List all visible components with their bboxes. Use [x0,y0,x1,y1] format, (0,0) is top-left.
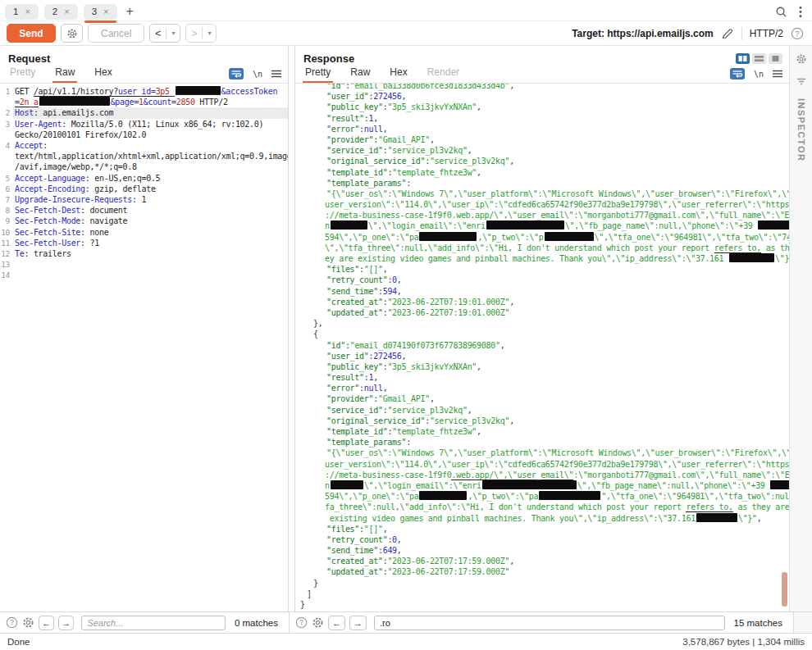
tab-close-icon[interactable]: × [25,7,30,16]
repeater-tab-2[interactable]: 2× [44,4,78,20]
code-segment: , [397,535,402,544]
status-bar: Done 3,578,867 bytes | 1,304 millis [0,633,812,650]
word-wrap-icon[interactable] [229,68,244,80]
search-prev-button[interactable]: ← [328,616,345,630]
request-search-input[interactable] [81,616,226,630]
request-line: 8Sec-Fetch-Dest: document [0,205,288,216]
code-row: "result":1, [300,372,789,383]
code-segment: ] [307,589,312,598]
search-settings-gear-icon[interactable] [312,616,324,629]
code-segment: , [509,557,514,566]
code-segment: "original_service_id" [326,416,425,425]
add-tab-button[interactable]: + [126,5,134,18]
code-row: n\",\"login_email\":\"enri\",\"fb_page_n… [300,220,789,231]
chevron-down-icon[interactable]: ▾ [171,30,175,37]
code-segment: "id" [326,341,345,350]
code-segment: &accessToken [221,87,278,96]
code-row: "user_id":272456, [300,351,789,361]
prev-request-button[interactable]: <▾ [149,24,180,43]
next-request-button[interactable]: >▾ [185,24,217,43]
code-segment: , [757,514,762,523]
svg-text:?: ? [795,30,799,38]
help-icon[interactable]: ? [295,616,308,629]
code-segment: "3p5_ski3jkvYxNXAn" [387,362,477,371]
request-tab-pretty[interactable]: Pretty [10,66,35,83]
code-segment: "result" [326,114,364,123]
show-newlines-icon[interactable]: \n [253,70,262,79]
code-row: "send_time":649, [300,545,789,556]
inspector-label[interactable]: INSPECTOR [796,98,806,161]
request-tab-raw[interactable]: Raw [55,66,75,83]
panel-splitter[interactable] [289,46,295,611]
code-segment: , [477,427,481,436]
response-scrollbar-thumb[interactable] [782,572,787,607]
code-segment: "error" [326,384,359,393]
code-segment: \",\"fb_page_name\":null,\"phone\":\"+39 [565,221,758,230]
code-segment: , [402,92,407,101]
repeater-tab-3[interactable]: 3× [84,4,117,20]
search-settings-gear-icon[interactable] [22,616,34,629]
hamburger-menu-icon[interactable] [773,70,782,78]
code-segment: , [383,384,388,393]
code-row: existing video games and pinball machine… [300,513,789,524]
code-segment: "created_at" [326,557,383,566]
code-row: "{\"user_os\":\"Windows 7\",\"user_platf… [300,448,789,458]
tab-close-icon[interactable]: × [103,7,108,16]
repeater-tab-1[interactable]: 1× [5,4,39,20]
response-editor[interactable]: "id":"email_ba1338d0b6fce3d1833d433d4b",… [295,84,789,611]
request-tab-hex[interactable]: Hex [94,66,112,83]
code-segment: "service_pl3v2kq" [387,146,467,155]
redaction-box [539,491,600,500]
help-icon[interactable]: ? [6,616,18,629]
collapse-panel-icon[interactable] [796,78,806,85]
search-next-button[interactable]: → [349,616,367,630]
code-segment: , [500,341,505,350]
line-number: 11 [0,238,13,248]
code-row: "files":"[]", [300,524,789,534]
code-segment: "send_time" [326,546,378,555]
response-tab-hex[interactable]: Hex [390,66,407,83]
code-row: "retry_count":0, [300,534,789,545]
code-segment: \",\"tfa_one\":\"964981\",\"tfa_two\":\"… [595,233,789,242]
response-tab-render[interactable]: Render [427,66,459,83]
show-newlines-icon[interactable]: \n [754,70,764,79]
layout-columns-button[interactable] [736,53,750,64]
chevron-down-icon[interactable]: ▾ [208,30,211,37]
code-segment: "id" [326,84,345,90]
code-segment: , [402,352,407,361]
code-row: "id":"email_ba1338d0b6fce3d1833d433d4b", [300,84,789,91]
protocol-label[interactable]: HTTP/2 [750,28,783,39]
code-segment: 272456 [373,352,401,361]
code-segment: 2n_a [20,98,39,107]
redaction-box [331,480,363,489]
line-number: 13 [0,259,13,270]
send-settings-button[interactable] [61,24,83,43]
layout-rows-button[interactable] [752,53,766,64]
request-editor[interactable]: 1GET /api/v1.1/history?user_id=3p5_&acce… [0,84,288,611]
word-wrap-icon[interactable] [730,68,745,80]
kebab-menu-icon[interactable] [799,6,802,18]
response-tab-pretty[interactable]: Pretty [305,66,331,83]
code-segment: , [383,265,388,274]
code-segment: &count= [144,98,176,107]
code-segment: : api.emailjs.com [34,108,113,117]
gear-icon[interactable] [796,53,807,65]
line-number: 1 [0,86,13,107]
code-segment: "email_ba1338d0b6fce3d1833d433d4b" [350,84,510,90]
layout-single-button[interactable] [769,53,782,64]
code-segment: "{\"user_os\":\"Windows 7\",\"user_platf… [326,189,789,198]
search-prev-button[interactable]: ← [39,616,54,630]
response-tab-raw[interactable]: Raw [350,66,370,83]
edit-target-pencil-icon[interactable] [721,27,734,40]
cancel-button[interactable]: Cancel [88,24,144,43]
send-button[interactable]: Send [7,24,56,43]
code-segment: Accept [15,141,43,150]
search-next-button[interactable]: → [58,616,74,630]
help-icon[interactable]: ? [791,27,804,40]
hamburger-menu-icon[interactable] [271,70,281,78]
code-row: ://meta-business-case-1f9f0.web.app/\",\… [300,210,789,220]
tab-close-icon[interactable]: × [64,7,69,16]
code-segment: 272456 [373,92,401,101]
response-search-input[interactable] [374,616,725,630]
search-icon[interactable] [775,6,787,18]
